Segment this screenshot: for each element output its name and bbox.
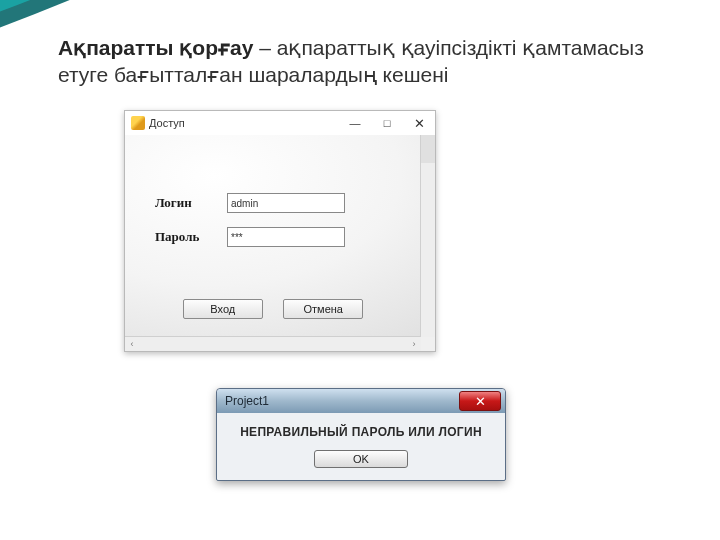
slide-heading: Ақпаратты қорғау – ақпараттық қауіпсізді… bbox=[58, 34, 658, 89]
login-button-row: Вход Отмена bbox=[125, 299, 421, 319]
submit-button[interactable]: Вход bbox=[183, 299, 263, 319]
login-row: Логин bbox=[155, 193, 345, 213]
error-dialog-body: НЕПРАВИЛЬНЫЙ ПАРОЛЬ ИЛИ ЛОГИН bbox=[217, 413, 505, 443]
window-caption-buttons: — □ ✕ bbox=[339, 111, 435, 135]
close-icon: ✕ bbox=[475, 395, 486, 408]
error-dialog-close-button[interactable]: ✕ bbox=[459, 391, 501, 411]
close-button[interactable]: ✕ bbox=[403, 111, 435, 135]
error-dialog-titlebar[interactable]: Project1 ✕ bbox=[217, 389, 505, 413]
login-titlebar[interactable]: Доступ — □ ✕ bbox=[125, 111, 435, 136]
password-label: Пароль bbox=[155, 229, 227, 245]
error-dialog: Project1 ✕ НЕПРАВИЛЬНЫЙ ПАРОЛЬ ИЛИ ЛОГИН… bbox=[216, 388, 506, 481]
login-input[interactable] bbox=[227, 193, 345, 213]
app-icon bbox=[131, 116, 145, 130]
minimize-button[interactable]: — bbox=[339, 111, 371, 135]
login-window-title: Доступ bbox=[149, 117, 185, 129]
password-row: Пароль bbox=[155, 227, 345, 247]
hscroll-right-icon[interactable]: › bbox=[407, 339, 421, 349]
cancel-button[interactable]: Отмена bbox=[283, 299, 363, 319]
login-label: Логин bbox=[155, 195, 227, 211]
error-message: НЕПРАВИЛЬНЫЙ ПАРОЛЬ ИЛИ ЛОГИН bbox=[227, 425, 495, 439]
vertical-scrollbar[interactable] bbox=[420, 135, 435, 337]
login-window-body: Логин Пароль Вход Отмена bbox=[125, 135, 421, 337]
error-dialog-button-row: OK bbox=[217, 443, 505, 480]
login-window: Доступ — □ ✕ Логин Пароль Вход Отмена ‹ … bbox=[124, 110, 436, 352]
slide-heading-bold: Ақпаратты қорғау bbox=[58, 36, 253, 59]
hscroll-left-icon[interactable]: ‹ bbox=[125, 339, 139, 349]
horizontal-scrollbar[interactable]: ‹ › bbox=[125, 336, 421, 351]
password-input[interactable] bbox=[227, 227, 345, 247]
ok-button[interactable]: OK bbox=[314, 450, 408, 468]
maximize-button[interactable]: □ bbox=[371, 111, 403, 135]
error-dialog-title: Project1 bbox=[225, 394, 269, 408]
